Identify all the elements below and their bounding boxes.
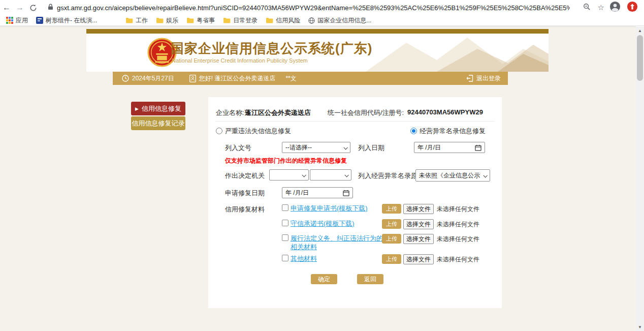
company-name-value: 蓬江区公会外卖递送店 xyxy=(245,108,311,117)
url-bar[interactable]: gsxt.amr.gd.gov.cn/aiceps/believe/repair… xyxy=(43,1,609,14)
credit-code-label: 统一社会信用代码/注册号: xyxy=(328,108,404,117)
apply-date-input[interactable]: 年 /月/日 xyxy=(282,187,353,198)
material-link-other[interactable]: 其他材料 xyxy=(291,254,317,263)
upload-button[interactable]: 上传 xyxy=(382,204,401,214)
scrollbar-thumb[interactable] xyxy=(637,35,643,81)
radio-unchecked-icon[interactable] xyxy=(216,128,222,134)
url-text[interactable]: gsxt.amr.gd.gov.cn/aiceps/believe/repair… xyxy=(57,4,570,12)
bookmark-gov-site[interactable]: 国家企业信用信息... xyxy=(306,15,375,26)
listed-date-label: 列入日期 xyxy=(358,143,384,153)
material-row: 守信承诺书(模板下载) 上传 选择文件 未选择任何文件 xyxy=(208,219,502,230)
greeting-text: 您好! 蓬江区公会外卖递送店 xyxy=(199,74,276,83)
sidebar-item-label: 信用信息修复 xyxy=(142,104,181,113)
material-link-application[interactable]: 申请修复申请书(模板下载) xyxy=(291,204,368,213)
material-row: 申请修复申请书(模板下载) 上传 选择文件 未选择任何文件 xyxy=(208,203,502,215)
logout-icon xyxy=(466,75,473,82)
date-placeholder: 年 /月/日 xyxy=(417,143,441,152)
vertical-scrollbar[interactable]: ▲ ▼ xyxy=(636,26,644,331)
listed-date-input[interactable]: 年 /月/日 xyxy=(414,142,485,153)
apply-date-row: 申请修复日期 年 /月/日 xyxy=(208,187,502,198)
refresh-icon[interactable] xyxy=(26,3,40,12)
radio-label: 严重违法失信信息修复 xyxy=(225,127,291,135)
calendar-icon[interactable] xyxy=(343,190,349,196)
calendar-icon[interactable] xyxy=(475,144,481,151)
divider xyxy=(215,121,495,122)
reason-select[interactable]: 未依照《企业信息公示暂行条 xyxy=(415,169,490,182)
no-file-text: 未选择任何文件 xyxy=(437,254,479,264)
radio-serious-violation[interactable]: 严重违法失信信息修复 xyxy=(216,127,291,136)
date-placeholder: 年 /月/日 xyxy=(285,189,309,197)
chrome-update-icon[interactable] xyxy=(627,1,638,14)
bookmark-label: 树形组件- 在线演... xyxy=(46,16,97,25)
chevron-down-icon xyxy=(344,173,348,177)
bookmark-tree-component[interactable]: 树形组件- 在线演... xyxy=(34,15,101,26)
bookmark-label: 娱乐 xyxy=(166,16,178,25)
masked-username: **文 xyxy=(285,74,296,83)
bookmark-work[interactable]: 工作 xyxy=(123,15,152,26)
material-checkbox[interactable] xyxy=(282,204,288,211)
top-accent-bar xyxy=(86,29,549,34)
material-row: 其他材料 上传 选择文件 未选择任何文件 xyxy=(208,254,502,265)
upload-button[interactable]: 上传 xyxy=(382,219,401,229)
material-link-commitment[interactable]: 守信承诺书(模板下载) xyxy=(291,219,355,228)
radio-checked-icon[interactable] xyxy=(410,128,417,134)
bookmark-star-icon[interactable]: ☆ xyxy=(598,3,604,12)
bookmark-daily-login[interactable]: 日常登录 xyxy=(221,15,262,26)
material-checkbox[interactable] xyxy=(282,234,288,241)
listed-doc-select[interactable]: --请选择-- xyxy=(282,142,350,153)
choose-file-button[interactable]: 选择文件 xyxy=(403,254,434,264)
folder-icon xyxy=(156,17,164,23)
sidebar-item-credit-repair[interactable]: ▶ 信用信息修复 xyxy=(131,102,185,115)
bookmark-label: 日常登录 xyxy=(233,16,257,25)
forward-icon[interactable]: → xyxy=(13,3,26,12)
repair-form-panel: 企业名称: 蓬江区公会外卖递送店 统一社会信用代码/注册号: 92440703M… xyxy=(208,97,502,308)
back-icon[interactable]: ← xyxy=(0,3,13,12)
bookmark-label: 粤省事 xyxy=(197,16,215,25)
back-button[interactable]: 返回 xyxy=(357,274,383,284)
bookmark-label: 应用 xyxy=(16,16,28,25)
material-row: 履行法定义务、纠正违法行为的相关材料 上传 选择文件 未选择任何文件 xyxy=(208,233,502,254)
authority-label: 作出决定机关 xyxy=(225,171,265,180)
logout-button[interactable]: 退出登录 xyxy=(466,74,501,83)
folder-icon xyxy=(125,17,133,23)
bookmark-apps[interactable]: 应用 xyxy=(4,15,32,26)
apps-grid-icon xyxy=(6,17,13,24)
site-header: 国家企业信用信息公示系统(广东) National Enterprise Cre… xyxy=(86,34,549,72)
bookmark-credit-risk[interactable]: 信用风险 xyxy=(264,15,304,26)
no-file-text: 未选择任何文件 xyxy=(437,234,479,244)
reason-label: 列入经营异常名录原因 xyxy=(358,171,424,180)
choose-file-button[interactable]: 选择文件 xyxy=(403,204,434,214)
material-checkbox[interactable] xyxy=(282,255,288,261)
select-value: --请选择-- xyxy=(285,143,312,152)
bookmark-fun[interactable]: 娱乐 xyxy=(154,15,182,26)
profile-avatar-icon[interactable] xyxy=(609,1,621,14)
scroll-up-icon[interactable]: ▲ xyxy=(636,26,644,35)
padlock-icon[interactable] xyxy=(48,3,53,12)
submit-button[interactable]: 确定 xyxy=(311,274,337,284)
upload-button[interactable]: 上传 xyxy=(382,234,401,244)
folder-icon xyxy=(266,17,273,23)
folder-icon xyxy=(223,17,231,23)
bookmark-yss[interactable]: 粤省事 xyxy=(184,15,219,26)
clock-icon xyxy=(122,75,129,82)
radio-abnormal-list[interactable]: 经营异常名录信息修复 xyxy=(410,127,486,136)
no-file-text: 未选择任何文件 xyxy=(437,204,479,214)
sidebar-item-repair-records[interactable]: 信用信息修复记录 xyxy=(131,116,185,130)
choose-file-button[interactable]: 选择文件 xyxy=(403,219,434,229)
play-triangle-icon: ▶ xyxy=(135,106,139,111)
radio-label: 经营异常名录信息修复 xyxy=(420,127,486,135)
bookmarks-bar: 应用 树形组件- 在线演... 工作 娱乐 粤省事 日常登录 信用风险 国家企 xyxy=(0,15,644,26)
authority-select-district[interactable] xyxy=(310,169,351,180)
material-checkbox[interactable] xyxy=(282,220,288,226)
upload-button[interactable]: 上传 xyxy=(382,254,401,264)
sidebar-item-label: 信用信息修复记录 xyxy=(132,119,185,128)
material-link-obligation[interactable]: 履行法定义务、纠正违法行为的相关材料 xyxy=(291,234,383,251)
scroll-down-icon[interactable]: ▼ xyxy=(636,323,644,331)
choose-file-button[interactable]: 选择文件 xyxy=(403,234,434,244)
warning-text: 仅支持市场监管部门作出的经营异常信息修复 xyxy=(225,157,347,165)
authority-select-city[interactable] xyxy=(269,169,309,180)
listed-doc-row: 列入文号 --请选择-- 列入日期 年 /月/日 xyxy=(208,142,502,153)
user-card-icon xyxy=(189,75,196,82)
bookmark-label: 工作 xyxy=(136,16,148,25)
zoom-page-icon[interactable] xyxy=(583,3,591,12)
